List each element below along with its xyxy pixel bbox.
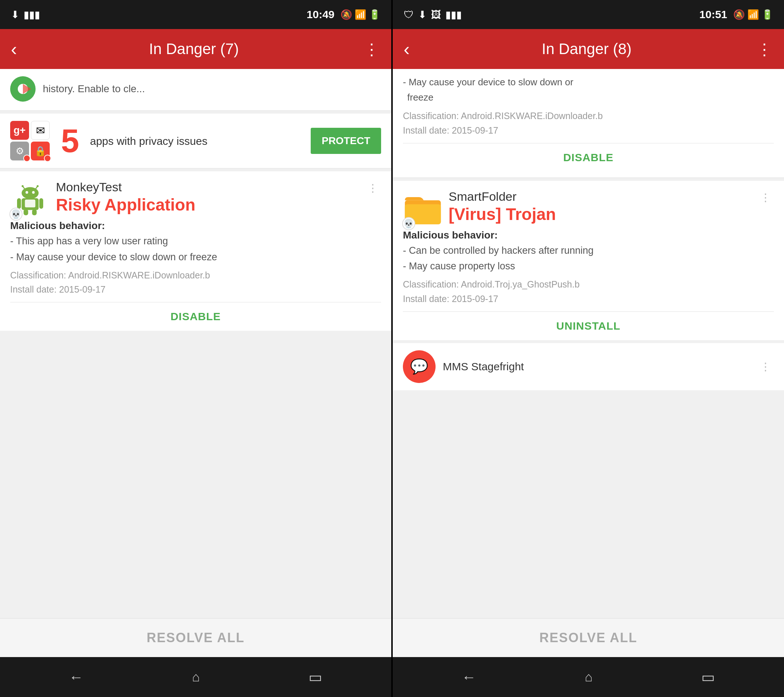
right-top-desc: - May cause your device to slow down or … — [403, 75, 774, 105]
left-top-card: history. Enable to cle... — [0, 69, 391, 111]
protect-button[interactable]: PROTECT — [311, 128, 381, 154]
right-install-date: Install date: 2015-09-17 — [403, 294, 774, 304]
left-panel: ‹ In Danger (7) ⋮ history. Enable to cle… — [0, 29, 391, 657]
svg-point-7 — [25, 191, 28, 193]
svg-rect-10 — [25, 199, 36, 207]
shield-lock-icon: 🔒 — [31, 142, 50, 160]
svg-rect-11 — [17, 198, 21, 209]
left-nav-section: ← ⌂ ▭ — [0, 657, 391, 697]
right-back-nav[interactable]: ← — [462, 669, 476, 685]
svg-point-6 — [22, 187, 39, 199]
left-home-nav[interactable]: ⌂ — [192, 669, 200, 685]
left-top-card-text: history. Enable to cle... — [43, 83, 145, 95]
privacy-icons: g+ ✉ ⚙ 🔒 — [10, 121, 50, 161]
left-time: 10:49 — [307, 8, 334, 21]
left-malicious-item-1: - This app has a very low user rating — [10, 234, 381, 248]
shield-badge — [44, 155, 51, 162]
left-signal-icons: 🔕 📶 🔋 — [341, 9, 380, 20]
right-top-classification: Classification: Android.RISKWARE.iDownlo… — [403, 109, 774, 123]
image-icon: 🖼 — [431, 9, 441, 21]
left-menu-button[interactable]: ⋮ — [364, 40, 380, 58]
left-threat-names: MonkeyTest Risky Application — [56, 180, 359, 214]
privacy-count: 5 — [58, 125, 83, 157]
left-malicious-section: Malicious behavior: - This app has a ver… — [10, 220, 381, 264]
right-time: 10:51 — [700, 8, 727, 21]
right-header: ‹ In Danger (8) ⋮ — [393, 29, 784, 69]
right-malicious-section: Malicious behavior: - Can be controlled … — [403, 229, 774, 274]
right-more-menu[interactable]: ⋮ — [757, 189, 774, 205]
right-app-name: SmartFolder — [449, 189, 751, 204]
svg-point-5 — [37, 185, 38, 187]
left-back-nav[interactable]: ← — [69, 669, 84, 685]
right-recent-nav[interactable]: ▭ — [701, 669, 715, 685]
right-home-nav[interactable]: ⌂ — [585, 669, 593, 685]
download-icon: ⬇ — [418, 9, 427, 21]
left-recent-nav[interactable]: ▭ — [308, 669, 322, 685]
left-status-icons: ⬇ ▮▮▮ — [11, 9, 40, 21]
right-signal-icons: 🔕 📶 🔋 — [733, 9, 773, 20]
notification-icon: ⬇ — [11, 9, 19, 21]
skull-badge: 💀 — [10, 208, 23, 221]
right-status-icons-left: 🛡 ⬇ 🖼 ▮▮▮ — [404, 9, 462, 21]
right-top-install-date: Install date: 2015-09-17 — [403, 125, 774, 136]
svg-rect-14 — [32, 209, 37, 215]
right-malicious-item-2: - May cause property loss — [403, 260, 774, 274]
right-threat-label: [Virus] Trojan — [449, 205, 751, 224]
left-back-button[interactable]: ‹ — [11, 38, 17, 59]
settings-icon: ⚙ — [10, 142, 29, 160]
right-top-card: - May cause your device to slow down or … — [393, 69, 784, 178]
right-uninstall-button[interactable]: UNINSTALL — [403, 311, 774, 340]
right-resolve-all-container: RESOLVE ALL — [393, 618, 784, 657]
right-top-item-2: freeze — [403, 90, 774, 105]
left-disable-button[interactable]: DISABLE — [10, 302, 381, 331]
right-resolve-all-button[interactable]: RESOLVE ALL — [393, 619, 784, 657]
right-threat-names: SmartFolder [Virus] Trojan — [449, 189, 751, 224]
right-malicious-title: Malicious behavior: — [403, 229, 774, 241]
right-top-item-1: - May cause your device to slow down or — [403, 75, 774, 90]
right-nav-section: ← ⌂ ▭ — [393, 657, 784, 697]
right-menu-button[interactable]: ⋮ — [756, 40, 773, 58]
android-robot-container: 💀 — [10, 180, 50, 220]
svg-point-8 — [32, 191, 35, 193]
mms-text: MMS Stagefright — [443, 361, 524, 373]
left-threat-card: 💀 MonkeyTest Risky Application ⋮ Malicio… — [0, 171, 391, 331]
right-status-bar: 🛡 ⬇ 🖼 ▮▮▮ 10:51 🔕 📶 🔋 — [393, 0, 784, 29]
settings-badge — [23, 155, 30, 162]
mms-card: 💬 MMS Stagefright ⋮ — [393, 343, 784, 390]
right-panel: ‹ In Danger (8) ⋮ - May cause your devic… — [393, 29, 784, 657]
right-threat-card: 💀 SmartFolder [Virus] Trojan ⋮ Malicious… — [393, 181, 784, 340]
left-header: ‹ In Danger (7) ⋮ — [0, 29, 391, 69]
google-plus-icon: g+ — [10, 121, 29, 140]
right-malicious-item-1: - Can be controlled by hackers after run… — [403, 244, 774, 258]
left-malicious-title: Malicious behavior: — [10, 220, 381, 232]
left-resolve-all-container: RESOLVE ALL — [0, 618, 391, 657]
right-header-title: In Danger (8) — [417, 40, 756, 58]
svg-rect-13 — [24, 209, 28, 215]
left-app-name: MonkeyTest — [56, 180, 359, 194]
bars-icon: ▮▮▮ — [24, 9, 40, 21]
svg-rect-12 — [39, 198, 43, 209]
chrome-icon — [10, 76, 36, 102]
privacy-text: apps with privacy issues — [90, 134, 303, 148]
svg-point-4 — [22, 185, 24, 187]
left-header-title: In Danger (7) — [24, 40, 364, 58]
left-more-menu[interactable]: ⋮ — [364, 180, 381, 196]
bars2-icon: ▮▮▮ — [445, 9, 462, 21]
privacy-card: g+ ✉ ⚙ 🔒 5 — [0, 114, 391, 168]
right-classification: Classification: Android.Troj.ya_GhostPus… — [403, 278, 774, 292]
right-back-button[interactable]: ‹ — [404, 38, 410, 59]
folder-icon-container: 💀 — [403, 189, 443, 229]
mms-more-menu[interactable]: ⋮ — [757, 359, 774, 374]
right-top-disable-button[interactable]: DISABLE — [403, 143, 774, 172]
left-threat-label: Risky Application — [56, 196, 359, 214]
gmail-icon: ✉ — [31, 121, 50, 140]
left-install-date: Install date: 2015-09-17 — [10, 284, 381, 295]
left-classification: Classification: Android.RISKWARE.iDownlo… — [10, 269, 381, 282]
left-status-bar: ⬇ ▮▮▮ 10:49 🔕 📶 🔋 — [0, 0, 391, 29]
folder-skull-badge: 💀 — [402, 217, 415, 230]
mms-icon: 💬 — [403, 350, 436, 383]
shield-icon: 🛡 — [404, 9, 414, 21]
bottom-navigation: ← ⌂ ▭ ← ⌂ ▭ — [0, 657, 784, 697]
left-malicious-item-2: - May cause your device to slow down or … — [10, 250, 381, 264]
left-resolve-all-button[interactable]: RESOLVE ALL — [0, 619, 391, 657]
